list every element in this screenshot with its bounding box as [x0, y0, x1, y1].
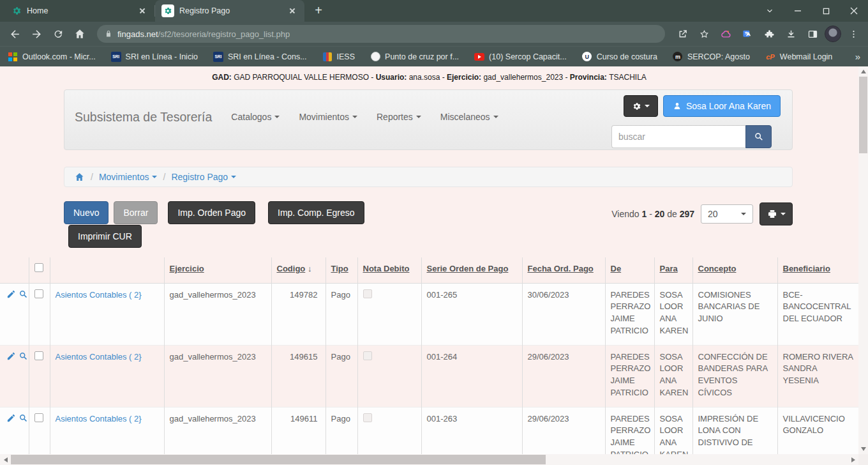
bookmark-iess[interactable]: IESS: [322, 52, 355, 62]
tab-strip: Home Registro Pago +: [0, 0, 868, 22]
header-select-all: [29, 257, 50, 283]
cell-para: SOSA LOOR ANA KAREN: [654, 283, 692, 345]
punto-de-cruz-icon: [370, 52, 380, 62]
header-ejercicio: Ejercicio: [164, 257, 271, 283]
header-actions: [0, 257, 29, 283]
menu-catalogos[interactable]: Catalogos: [221, 105, 289, 128]
side-panel-icon[interactable]: [803, 24, 822, 43]
scroll-down-arrow-icon[interactable]: [858, 444, 868, 454]
edit-pencil-icon[interactable]: [6, 351, 16, 361]
breadcrumb-movimientos[interactable]: Movimientos: [99, 172, 158, 182]
row-checkbox[interactable]: [34, 413, 43, 422]
paging-controls: Viendo 1 - 20 de 297 20: [611, 202, 793, 225]
bookmark-sercop-agosto[interactable]: m SERCOP: Agosto: [673, 52, 750, 62]
printer-icon: [767, 209, 777, 219]
tab-home[interactable]: Home: [5, 0, 154, 22]
bookmark-webmail[interactable]: cP Webmail Login: [765, 52, 832, 62]
row-checkbox[interactable]: [34, 289, 43, 298]
address-bar[interactable]: fingads.net/sf2/tesoreria/registro_pago_…: [97, 25, 665, 43]
reload-icon[interactable]: [49, 24, 68, 43]
new-tab-button[interactable]: +: [310, 2, 327, 20]
extensions-puzzle-icon[interactable]: [760, 24, 779, 43]
chevron-down-icon: [274, 116, 280, 118]
horizontal-scrollbar[interactable]: [0, 454, 858, 465]
bookmark-star-icon[interactable]: [694, 24, 714, 43]
tab-registro-pago[interactable]: Registro Pago: [155, 0, 304, 22]
vertical-scrollbar-thumb[interactable]: [859, 77, 867, 153]
view-magnifier-icon[interactable]: [19, 351, 28, 361]
url-path: /sf2/tesoreria/registro_pago_list.php: [158, 29, 290, 39]
tab-search-chevron-icon[interactable]: [756, 0, 784, 22]
search-input[interactable]: [611, 125, 745, 148]
view-magnifier-icon[interactable]: [19, 289, 28, 299]
bookmark-punto-de-cruz[interactable]: Punto de cruz por f...: [370, 52, 459, 62]
close-icon[interactable]: [840, 0, 868, 22]
asientos-contables-link[interactable]: Asientos Contables ( 2}: [56, 352, 142, 362]
breadcrumb-registro-pago[interactable]: Registro Pago: [171, 172, 236, 182]
bookmark-outlook[interactable]: Outlook.com - Micr...: [8, 52, 96, 62]
tab-close-icon[interactable]: [287, 5, 298, 17]
weather-extension-cloud-icon[interactable]: [716, 24, 735, 43]
iess-icon: [322, 52, 333, 62]
actions-row: Nuevo Borrar Imp. Orden Pago Imp. Comp. …: [64, 201, 793, 248]
bookmark-sri-inicio[interactable]: SRI SRI en Línea - Inicio: [111, 52, 198, 62]
borrar-button[interactable]: Borrar: [114, 201, 158, 224]
maximize-icon[interactable]: [812, 0, 840, 22]
nuevo-button[interactable]: Nuevo: [64, 201, 108, 224]
share-icon[interactable]: [673, 24, 692, 43]
view-magnifier-icon[interactable]: [19, 413, 28, 423]
translate-extension-icon[interactable]: [738, 24, 757, 43]
edit-pencil-icon[interactable]: [6, 289, 16, 299]
cell-serie: 001-264: [421, 345, 522, 407]
header-para: Para: [654, 257, 692, 283]
search-button[interactable]: [745, 125, 772, 148]
back-icon[interactable]: [5, 24, 24, 43]
bookmark-curso-costura[interactable]: U Curso de costura: [582, 52, 657, 62]
minimize-icon[interactable]: [784, 0, 812, 22]
asientos-contables-link[interactable]: Asientos Contables ( 2}: [56, 290, 142, 300]
user-button[interactable]: Sosa Loor Ana Karen: [663, 95, 781, 117]
nota-debito-checkbox: [363, 351, 372, 360]
chevron-down-icon: [231, 176, 236, 178]
imp-orden-pago-button[interactable]: Imp. Orden Pago: [168, 201, 255, 224]
chevron-down-icon: [781, 213, 786, 215]
scroll-left-arrow-icon[interactable]: [0, 454, 11, 465]
imp-comp-egreso-button[interactable]: Imp. Comp. Egreso: [268, 201, 364, 224]
person-icon: [673, 102, 682, 111]
m-circle-icon: m: [673, 52, 683, 62]
bookmarks-overflow-chevron[interactable]: »: [855, 51, 860, 62]
chevron-down-icon: [645, 105, 650, 107]
bookmark-sercop-youtube[interactable]: (10) Sercop Capacit...: [474, 52, 567, 62]
profile-avatar[interactable]: [825, 26, 841, 42]
print-dropdown-button[interactable]: [760, 202, 793, 225]
cell-serie: 001-265: [421, 283, 522, 345]
page-size-select[interactable]: 20: [701, 204, 753, 224]
horizontal-scrollbar-thumb[interactable]: [11, 455, 546, 464]
downloads-icon[interactable]: [781, 24, 800, 43]
bookmark-sri-consultas[interactable]: SRI SRI en Línea - Cons...: [213, 52, 307, 62]
header-beneficiario: Beneficiario: [777, 257, 858, 283]
row-checkbox[interactable]: [34, 351, 43, 360]
menu-miscelaneos[interactable]: Miscelaneos: [431, 105, 508, 128]
scroll-up-arrow-icon[interactable]: [858, 66, 868, 77]
tab-close-icon[interactable]: [137, 5, 148, 17]
asientos-contables-link[interactable]: Asientos Contables ( 2}: [56, 414, 142, 423]
menu-movimientos[interactable]: Movimientos: [289, 105, 367, 128]
menu-reportes[interactable]: Reportes: [367, 105, 431, 128]
sri-icon: SRI: [213, 52, 223, 62]
edit-pencil-icon[interactable]: [6, 413, 16, 423]
browser-menu-kebab-icon[interactable]: [844, 24, 863, 43]
forward-icon[interactable]: [27, 24, 46, 43]
home-icon[interactable]: [70, 24, 89, 43]
select-all-checkbox[interactable]: [34, 263, 43, 272]
imprimir-cur-button[interactable]: Imprimir CUR: [68, 225, 142, 248]
table-row: Asientos Contables ( 2} gad_vallehermos_…: [0, 345, 858, 407]
settings-gear-button[interactable]: [624, 95, 658, 117]
breadcrumb-home-icon[interactable]: [74, 172, 85, 182]
header-de: De: [605, 257, 654, 283]
app-navbar: Subsistema de Tesorería Catalogos Movimi…: [64, 89, 793, 150]
tab-title: Registro Pago: [179, 6, 281, 15]
breadcrumb: / Movimientos / Registro Pago: [64, 167, 793, 187]
scroll-right-arrow-icon[interactable]: [848, 454, 858, 465]
vertical-scrollbar[interactable]: [858, 66, 868, 454]
